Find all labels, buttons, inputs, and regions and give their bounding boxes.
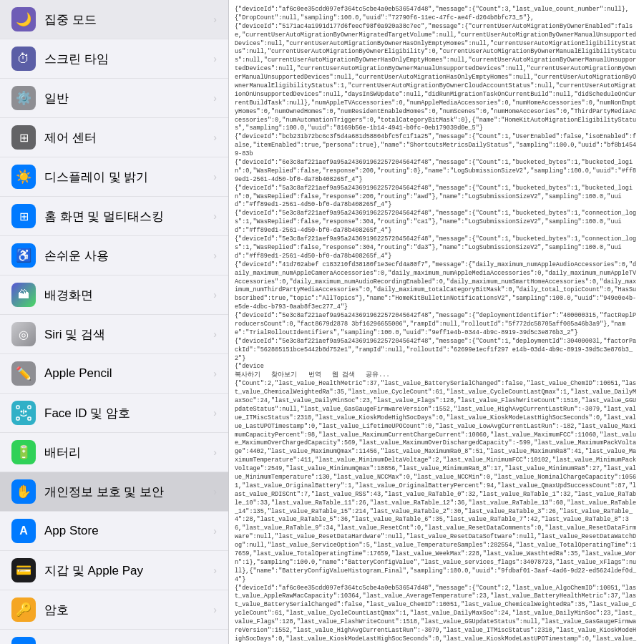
sidebar-item-mail[interactable]: ✉️ Mail ›	[0, 630, 228, 644]
sidebar-item-label: 일반	[44, 90, 69, 107]
sidebar-item-label: 디스플레이 및 밝기	[44, 169, 148, 185]
svg-rect-3	[28, 417, 31, 420]
chevron-right-icon: ›	[213, 14, 217, 25]
sidebar-item-label: 제어 센터	[44, 130, 97, 146]
battery-icon: 🔋	[11, 440, 36, 464]
sidebar-item-label: Face ID 및 암호	[44, 405, 130, 421]
chevron-right-icon: ›	[213, 53, 217, 64]
svg-point-5	[25, 411, 27, 413]
svg-rect-1	[28, 406, 31, 409]
control-center-icon: ⊞	[11, 125, 36, 150]
sidebar-item-label: Siri 및 검색	[44, 326, 105, 343]
sidebar-item-siri[interactable]: ◎ Siri 및 검색 ›	[0, 315, 228, 354]
sidebar-item-screen-time[interactable]: ⏱ 스크린 타임 ›	[0, 39, 228, 79]
mail-icon: ✉️	[11, 637, 36, 644]
sidebar-item-app-store[interactable]: A App Store ›	[0, 512, 228, 551]
sidebar-item-jip-joong[interactable]: 🌙 집중 모드 ›	[0, 0, 228, 39]
home-multitasking-icon: ⊞	[11, 204, 36, 228]
app-store-icon: A	[11, 519, 36, 543]
svg-rect-2	[16, 417, 19, 420]
chevron-right-icon: ›	[213, 210, 217, 222]
sidebar-item-wallet[interactable]: 💳 지갑 및 Apple Pay ›	[0, 551, 228, 590]
wallet-icon: 💳	[11, 558, 36, 582]
chevron-right-icon: ›	[213, 368, 217, 379]
chevron-right-icon: ›	[213, 407, 217, 419]
diagnostic-data-text[interactable]: {"deviceId":"af6c0ee35cdd097ef364tc5cbe4…	[229, 0, 644, 644]
jip-joong-icon: 🌙	[11, 7, 36, 31]
sidebar-item-label: 배터리	[44, 444, 81, 461]
display-icon: ☀️	[11, 165, 36, 189]
sidebar-item-wallpaper[interactable]: 🏔 배경화면 ›	[0, 275, 228, 315]
sidebar-item-label: 개인정보 보호 및 보안	[44, 484, 164, 500]
chevron-right-icon: ›	[213, 250, 217, 261]
chevron-right-icon: ›	[213, 328, 217, 340]
svg-rect-0	[16, 406, 19, 409]
sidebar-item-password[interactable]: 🔑 암호 ›	[0, 590, 228, 630]
settings-sidebar: 🌙 집중 모드 › ⏱ 스크린 타임 › ⚙️ 일반 › ⊞ 제어 센터 › ☀…	[0, 0, 229, 644]
chevron-right-icon: ›	[213, 565, 217, 576]
sidebar-item-apple-pencil[interactable]: ✏️ Apple Pencil ›	[0, 354, 228, 394]
sidebar-item-label: 스크린 타임	[44, 51, 109, 67]
sidebar-item-battery[interactable]: 🔋 배터리 ›	[0, 433, 228, 472]
chevron-right-icon: ›	[213, 171, 217, 182]
svg-text:A: A	[19, 525, 28, 537]
sidebar-item-home-multitasking[interactable]: ⊞ 홈 화면 및 멀티태스킹 ›	[0, 197, 228, 236]
sidebar-item-label: 집중 모드	[44, 11, 97, 28]
screen-time-icon: ⏱	[11, 47, 36, 71]
sidebar-item-general[interactable]: ⚙️ 일반 ›	[0, 79, 228, 118]
accessibility-icon: ♿	[11, 243, 36, 268]
sidebar-item-label: 배경화면	[44, 287, 93, 303]
wallpaper-icon: 🏔	[11, 283, 36, 307]
sidebar-item-label: App Store	[44, 524, 99, 538]
sidebar-item-label: 홈 화면 및 멀티태스킹	[44, 208, 164, 225]
password-icon: 🔑	[11, 597, 36, 622]
apple-pencil-icon: ✏️	[11, 361, 36, 386]
general-icon: ⚙️	[11, 86, 36, 110]
sidebar-item-label: Apple Pencil	[44, 366, 112, 381]
main-content-area[interactable]: {"deviceId":"af6c0ee35cdd097ef364tc5cbe4…	[229, 0, 644, 644]
chevron-right-icon: ›	[213, 447, 217, 458]
face-id-icon	[11, 401, 36, 425]
chevron-right-icon: ›	[213, 132, 217, 143]
chevron-right-icon: ›	[213, 92, 217, 104]
chevron-right-icon: ›	[213, 289, 217, 301]
chevron-right-icon: ›	[213, 604, 217, 615]
sidebar-item-display[interactable]: ☀️ 디스플레이 및 밝기 ›	[0, 157, 228, 197]
sidebar-item-control-center[interactable]: ⊞ 제어 센터 ›	[0, 118, 228, 157]
privacy-icon: ✋	[11, 479, 36, 504]
chevron-right-icon: ›	[213, 486, 217, 497]
sidebar-item-face-id[interactable]: Face ID 및 암호 ›	[0, 394, 228, 433]
sidebar-item-privacy[interactable]: ✋ 개인정보 보호 및 보안 ›	[0, 472, 228, 512]
svg-point-4	[21, 411, 23, 413]
sidebar-item-accessibility[interactable]: ♿ 손쉬운 사용 ›	[0, 236, 228, 275]
sidebar-item-label: 지갑 및 Apple Pay	[44, 562, 143, 579]
sidebar-item-label: 암호	[44, 602, 69, 618]
sidebar-item-label: 손쉬운 사용	[44, 248, 109, 264]
chevron-right-icon: ›	[213, 525, 217, 537]
siri-icon: ◎	[11, 322, 36, 346]
